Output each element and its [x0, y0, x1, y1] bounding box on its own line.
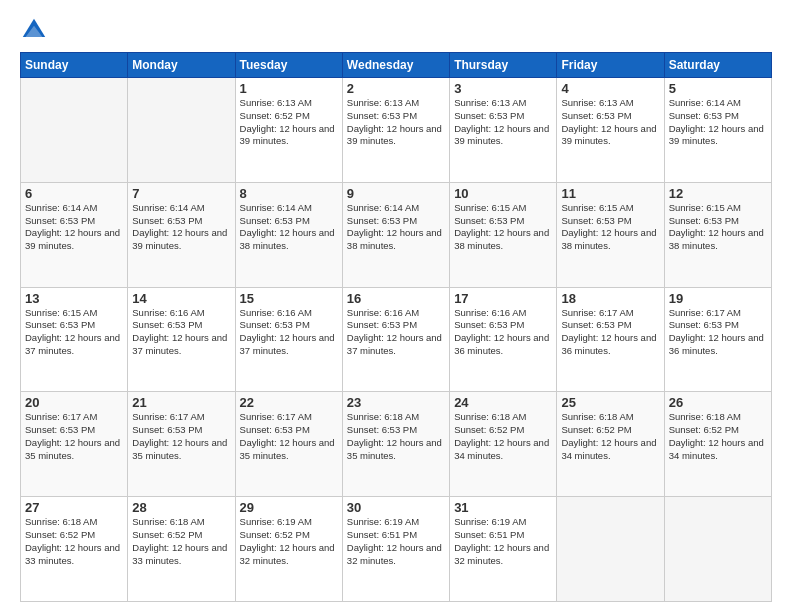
- calendar-day-header: Saturday: [664, 53, 771, 78]
- calendar-day-cell: 18Sunrise: 6:17 AM Sunset: 6:53 PM Dayli…: [557, 287, 664, 392]
- day-info: Sunrise: 6:19 AM Sunset: 6:52 PM Dayligh…: [240, 516, 338, 567]
- calendar-day-cell: 17Sunrise: 6:16 AM Sunset: 6:53 PM Dayli…: [450, 287, 557, 392]
- calendar-day-cell: 28Sunrise: 6:18 AM Sunset: 6:52 PM Dayli…: [128, 497, 235, 602]
- calendar-day-cell: 3Sunrise: 6:13 AM Sunset: 6:53 PM Daylig…: [450, 78, 557, 183]
- day-number: 1: [240, 81, 338, 96]
- calendar-day-cell: 24Sunrise: 6:18 AM Sunset: 6:52 PM Dayli…: [450, 392, 557, 497]
- day-number: 6: [25, 186, 123, 201]
- calendar-week-row: 27Sunrise: 6:18 AM Sunset: 6:52 PM Dayli…: [21, 497, 772, 602]
- calendar-day-header: Monday: [128, 53, 235, 78]
- day-info: Sunrise: 6:16 AM Sunset: 6:53 PM Dayligh…: [132, 307, 230, 358]
- day-info: Sunrise: 6:18 AM Sunset: 6:52 PM Dayligh…: [454, 411, 552, 462]
- day-info: Sunrise: 6:13 AM Sunset: 6:53 PM Dayligh…: [347, 97, 445, 148]
- day-number: 25: [561, 395, 659, 410]
- day-info: Sunrise: 6:13 AM Sunset: 6:52 PM Dayligh…: [240, 97, 338, 148]
- day-info: Sunrise: 6:19 AM Sunset: 6:51 PM Dayligh…: [347, 516, 445, 567]
- calendar-day-cell: 29Sunrise: 6:19 AM Sunset: 6:52 PM Dayli…: [235, 497, 342, 602]
- day-number: 29: [240, 500, 338, 515]
- day-info: Sunrise: 6:17 AM Sunset: 6:53 PM Dayligh…: [132, 411, 230, 462]
- day-info: Sunrise: 6:17 AM Sunset: 6:53 PM Dayligh…: [240, 411, 338, 462]
- day-info: Sunrise: 6:14 AM Sunset: 6:53 PM Dayligh…: [240, 202, 338, 253]
- calendar-day-cell: 23Sunrise: 6:18 AM Sunset: 6:53 PM Dayli…: [342, 392, 449, 497]
- calendar-day-cell: 30Sunrise: 6:19 AM Sunset: 6:51 PM Dayli…: [342, 497, 449, 602]
- calendar-header-row: SundayMondayTuesdayWednesdayThursdayFrid…: [21, 53, 772, 78]
- day-info: Sunrise: 6:18 AM Sunset: 6:53 PM Dayligh…: [347, 411, 445, 462]
- calendar-day-cell: 25Sunrise: 6:18 AM Sunset: 6:52 PM Dayli…: [557, 392, 664, 497]
- day-number: 19: [669, 291, 767, 306]
- calendar-day-cell: 14Sunrise: 6:16 AM Sunset: 6:53 PM Dayli…: [128, 287, 235, 392]
- day-number: 2: [347, 81, 445, 96]
- day-number: 22: [240, 395, 338, 410]
- day-number: 28: [132, 500, 230, 515]
- calendar-day-cell: 12Sunrise: 6:15 AM Sunset: 6:53 PM Dayli…: [664, 182, 771, 287]
- calendar-week-row: 1Sunrise: 6:13 AM Sunset: 6:52 PM Daylig…: [21, 78, 772, 183]
- day-number: 26: [669, 395, 767, 410]
- header: [20, 16, 772, 44]
- day-info: Sunrise: 6:18 AM Sunset: 6:52 PM Dayligh…: [25, 516, 123, 567]
- day-number: 3: [454, 81, 552, 96]
- calendar-day-header: Tuesday: [235, 53, 342, 78]
- calendar-day-cell: 7Sunrise: 6:14 AM Sunset: 6:53 PM Daylig…: [128, 182, 235, 287]
- calendar-day-cell: 5Sunrise: 6:14 AM Sunset: 6:53 PM Daylig…: [664, 78, 771, 183]
- day-number: 12: [669, 186, 767, 201]
- calendar-week-row: 13Sunrise: 6:15 AM Sunset: 6:53 PM Dayli…: [21, 287, 772, 392]
- calendar-day-cell: 11Sunrise: 6:15 AM Sunset: 6:53 PM Dayli…: [557, 182, 664, 287]
- day-info: Sunrise: 6:15 AM Sunset: 6:53 PM Dayligh…: [25, 307, 123, 358]
- calendar-week-row: 20Sunrise: 6:17 AM Sunset: 6:53 PM Dayli…: [21, 392, 772, 497]
- day-number: 24: [454, 395, 552, 410]
- day-number: 11: [561, 186, 659, 201]
- day-info: Sunrise: 6:16 AM Sunset: 6:53 PM Dayligh…: [240, 307, 338, 358]
- calendar-day-cell: 26Sunrise: 6:18 AM Sunset: 6:52 PM Dayli…: [664, 392, 771, 497]
- day-number: 31: [454, 500, 552, 515]
- day-number: 5: [669, 81, 767, 96]
- day-info: Sunrise: 6:13 AM Sunset: 6:53 PM Dayligh…: [561, 97, 659, 148]
- calendar-day-header: Friday: [557, 53, 664, 78]
- day-info: Sunrise: 6:17 AM Sunset: 6:53 PM Dayligh…: [561, 307, 659, 358]
- day-info: Sunrise: 6:13 AM Sunset: 6:53 PM Dayligh…: [454, 97, 552, 148]
- day-info: Sunrise: 6:17 AM Sunset: 6:53 PM Dayligh…: [669, 307, 767, 358]
- calendar-day-cell: 27Sunrise: 6:18 AM Sunset: 6:52 PM Dayli…: [21, 497, 128, 602]
- calendar-day-cell: 9Sunrise: 6:14 AM Sunset: 6:53 PM Daylig…: [342, 182, 449, 287]
- calendar-day-cell: [128, 78, 235, 183]
- calendar-day-cell: 20Sunrise: 6:17 AM Sunset: 6:53 PM Dayli…: [21, 392, 128, 497]
- day-number: 27: [25, 500, 123, 515]
- calendar-day-header: Thursday: [450, 53, 557, 78]
- day-number: 21: [132, 395, 230, 410]
- calendar-week-row: 6Sunrise: 6:14 AM Sunset: 6:53 PM Daylig…: [21, 182, 772, 287]
- calendar-day-cell: 1Sunrise: 6:13 AM Sunset: 6:52 PM Daylig…: [235, 78, 342, 183]
- day-number: 17: [454, 291, 552, 306]
- calendar-day-cell: [21, 78, 128, 183]
- calendar-day-cell: 4Sunrise: 6:13 AM Sunset: 6:53 PM Daylig…: [557, 78, 664, 183]
- page: SundayMondayTuesdayWednesdayThursdayFrid…: [0, 0, 792, 612]
- calendar-day-cell: 10Sunrise: 6:15 AM Sunset: 6:53 PM Dayli…: [450, 182, 557, 287]
- day-info: Sunrise: 6:16 AM Sunset: 6:53 PM Dayligh…: [347, 307, 445, 358]
- day-info: Sunrise: 6:18 AM Sunset: 6:52 PM Dayligh…: [669, 411, 767, 462]
- calendar-day-cell: 31Sunrise: 6:19 AM Sunset: 6:51 PM Dayli…: [450, 497, 557, 602]
- day-info: Sunrise: 6:14 AM Sunset: 6:53 PM Dayligh…: [132, 202, 230, 253]
- calendar-day-cell: 19Sunrise: 6:17 AM Sunset: 6:53 PM Dayli…: [664, 287, 771, 392]
- day-info: Sunrise: 6:14 AM Sunset: 6:53 PM Dayligh…: [347, 202, 445, 253]
- day-info: Sunrise: 6:14 AM Sunset: 6:53 PM Dayligh…: [669, 97, 767, 148]
- day-number: 13: [25, 291, 123, 306]
- calendar-day-header: Wednesday: [342, 53, 449, 78]
- day-info: Sunrise: 6:19 AM Sunset: 6:51 PM Dayligh…: [454, 516, 552, 567]
- calendar-table: SundayMondayTuesdayWednesdayThursdayFrid…: [20, 52, 772, 602]
- calendar-day-cell: [557, 497, 664, 602]
- day-number: 4: [561, 81, 659, 96]
- calendar-day-cell: 2Sunrise: 6:13 AM Sunset: 6:53 PM Daylig…: [342, 78, 449, 183]
- calendar-day-cell: 22Sunrise: 6:17 AM Sunset: 6:53 PM Dayli…: [235, 392, 342, 497]
- calendar-day-cell: 16Sunrise: 6:16 AM Sunset: 6:53 PM Dayli…: [342, 287, 449, 392]
- day-number: 8: [240, 186, 338, 201]
- day-number: 20: [25, 395, 123, 410]
- calendar-day-cell: 8Sunrise: 6:14 AM Sunset: 6:53 PM Daylig…: [235, 182, 342, 287]
- calendar-day-cell: [664, 497, 771, 602]
- day-info: Sunrise: 6:15 AM Sunset: 6:53 PM Dayligh…: [454, 202, 552, 253]
- calendar-day-cell: 21Sunrise: 6:17 AM Sunset: 6:53 PM Dayli…: [128, 392, 235, 497]
- day-number: 7: [132, 186, 230, 201]
- day-info: Sunrise: 6:18 AM Sunset: 6:52 PM Dayligh…: [132, 516, 230, 567]
- logo-icon: [20, 16, 48, 44]
- calendar-day-header: Sunday: [21, 53, 128, 78]
- day-number: 9: [347, 186, 445, 201]
- day-number: 10: [454, 186, 552, 201]
- calendar-day-cell: 13Sunrise: 6:15 AM Sunset: 6:53 PM Dayli…: [21, 287, 128, 392]
